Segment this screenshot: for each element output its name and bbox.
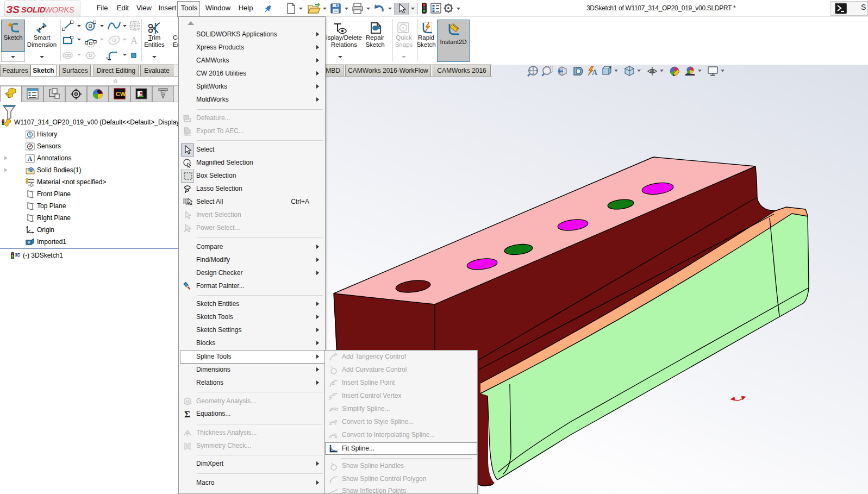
svg-text:SOLID: SOLID [21,5,46,14]
svg-text:CW: CW [116,91,126,97]
svg-text:AEC: AEC [184,133,191,136]
svg-text:Σ: Σ [184,409,190,419]
svg-text:A: A [592,68,598,77]
svg-text:3D: 3D [15,252,20,258]
svg-text:A: A [28,155,33,162]
svg-text:WORKS: WORKS [45,5,74,14]
svg-text:A: A [130,35,138,46]
svg-text:ЗS: ЗS [6,4,20,15]
